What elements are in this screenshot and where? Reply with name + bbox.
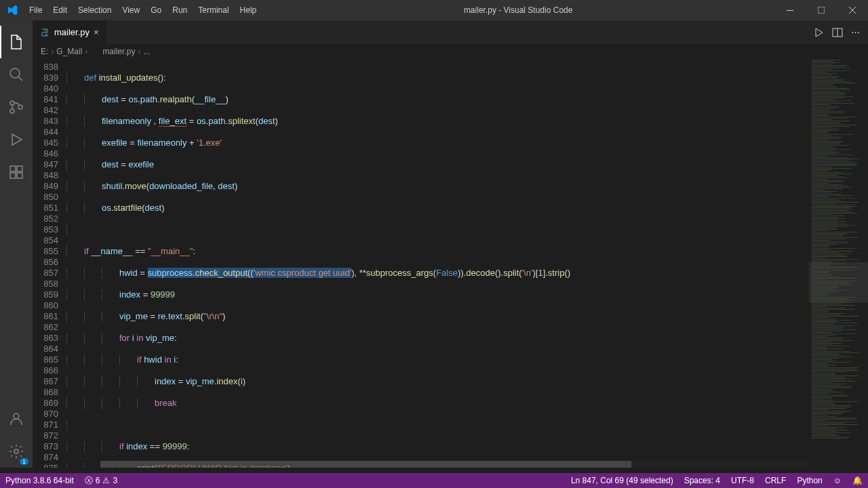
svg-rect-9 [17,173,22,178]
minimap[interactable] [808,59,868,468]
menu-run[interactable]: Run [167,5,193,15]
svg-point-10 [14,413,19,419]
svg-rect-7 [17,166,22,171]
svg-point-5 [18,105,22,109]
editor[interactable]: 8388398408418428438448458468478488498508… [33,59,868,468]
status-encoding[interactable]: UTF-8 [726,476,760,485]
more-actions-icon[interactable]: ⋯ [851,27,860,37]
settings-badge: 1 [20,458,28,465]
vscode-logo-icon [0,5,24,16]
settings-gear-icon[interactable]: 1 [0,435,33,468]
status-language[interactable]: Python [791,476,827,485]
horizontal-scrollbar[interactable] [100,461,808,468]
svg-rect-6 [10,166,16,171]
scrollbar-thumb[interactable] [100,461,631,468]
maximize-button[interactable] [806,0,837,20]
svg-point-4 [10,109,14,113]
status-bar: Python 3.8.6 64-bit ⓧ6 ⚠3 Ln 847, Col 69… [0,473,868,488]
titlebar: File Edit Selection View Go Run Terminal… [0,0,868,20]
menu-bar: File Edit Selection View Go Run Terminal… [24,5,262,15]
source-control-icon[interactable] [0,91,33,123]
status-spaces[interactable]: Spaces: 4 [679,476,726,485]
close-button[interactable] [837,0,868,20]
accounts-icon[interactable] [0,403,33,435]
breadcrumb-drive[interactable]: E: [41,47,48,56]
extensions-icon[interactable] [0,156,33,188]
svg-rect-8 [10,173,16,178]
svg-rect-15 [90,47,100,56]
breadcrumbs[interactable]: E:› G_Mail› mailer.py› ... [33,44,868,59]
svg-rect-0 [787,10,793,11]
run-debug-icon[interactable] [0,123,33,156]
error-icon: ⓧ [85,475,93,487]
status-problems[interactable]: ⓧ6 ⚠3 [79,475,123,487]
tab-close-icon[interactable]: × [94,27,99,37]
menu-terminal[interactable]: Terminal [193,5,234,15]
code-area[interactable]: def install_updates(): dest = os.path.re… [66,59,808,468]
status-notifications-icon[interactable]: 🔔 [847,476,868,485]
status-eol[interactable]: CRLF [760,476,791,485]
menu-selection[interactable]: Selection [73,5,117,15]
tab-mailer[interactable]: mailer.py × [33,20,106,44]
line-gutter: 8388398408418428438448458468478488498508… [33,59,66,468]
menu-file[interactable]: File [24,5,47,15]
tab-label: mailer.py [54,27,90,37]
activity-bar: 1 [0,20,33,468]
svg-point-11 [14,449,18,453]
breadcrumb-symbol[interactable]: ... [143,47,150,56]
tab-bar: mailer.py × ⋯ [33,20,868,44]
python-file-icon [90,47,100,56]
menu-edit[interactable]: Edit [47,5,73,15]
menu-view[interactable]: View [117,5,145,15]
search-icon[interactable] [0,58,33,91]
python-file-icon [39,27,50,38]
run-file-icon[interactable] [813,27,824,38]
svg-point-3 [10,101,14,105]
split-editor-icon[interactable] [832,27,843,38]
svg-rect-1 [818,7,825,14]
menu-go[interactable]: Go [145,5,167,15]
breadcrumb-file[interactable]: mailer.py [102,47,135,56]
status-cursor[interactable]: Ln 847, Col 69 (49 selected) [566,476,679,485]
warning-icon: ⚠ [102,476,110,485]
status-feedback-icon[interactable]: ☺ [828,476,847,485]
menu-help[interactable]: Help [235,5,262,15]
minimize-button[interactable] [774,0,806,20]
svg-point-2 [10,68,20,78]
window-title: mailer.py - Visual Studio Code [262,5,774,15]
breadcrumb-folder[interactable]: G_Mail [56,47,82,56]
status-python-version[interactable]: Python 3.8.6 64-bit [0,476,79,485]
explorer-icon[interactable] [0,26,33,58]
